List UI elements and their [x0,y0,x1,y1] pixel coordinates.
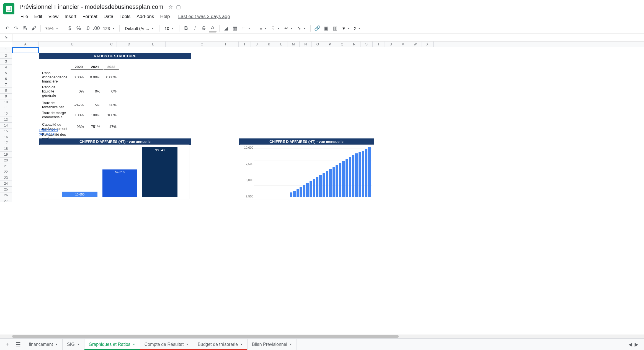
row-header[interactable]: 22 [0,169,12,175]
menu-view[interactable]: View [46,12,61,21]
row-header[interactable]: 17 [0,140,12,146]
paint-format-icon[interactable]: 🖌 [30,24,38,32]
borders-icon[interactable]: ▦ [231,24,239,32]
redo-icon[interactable]: ↷ [12,24,20,32]
spreadsheet-grid[interactable]: ABCDEFGHIJKLMNOPQRSTUVWX 123456789101112… [0,42,644,202]
merge-cells-icon[interactable]: ⬚▼ [240,26,252,31]
column-header[interactable]: A [12,42,39,47]
row-header[interactable]: 10 [0,99,12,105]
column-header[interactable]: H [214,42,239,47]
menu-file[interactable]: File [18,12,31,21]
menu-insert[interactable]: Insert [62,12,79,21]
row-header[interactable]: 27 [0,198,12,202]
comment-icon[interactable]: ▣ [322,24,330,32]
strikethrough-icon[interactable]: S [200,24,208,32]
bar: 99,540 [142,147,177,197]
rotate-icon[interactable]: ⤡▼ [296,26,308,31]
zoom-combo[interactable]: 75%▼ [43,26,60,31]
chart-monthly[interactable]: 10,0007,5005,0002,500 [240,145,374,199]
row-header[interactable]: 24 [0,181,12,187]
column-header[interactable]: N [300,42,312,47]
bold-icon[interactable]: B [182,24,190,32]
row-header[interactable]: 20 [0,158,12,163]
column-header[interactable]: C [106,42,117,47]
menu-edit[interactable]: Edit [31,12,45,21]
italic-icon[interactable]: I [191,24,199,32]
selected-cell[interactable] [12,47,39,53]
percent-icon[interactable]: % [75,24,83,32]
functions-icon[interactable]: Σ▾ [352,26,362,31]
last-edit-link[interactable]: Last edit was 2 days ago [178,14,230,19]
column-header[interactable]: I [239,42,251,47]
column-header[interactable]: Q [336,42,348,47]
row-header[interactable]: 25 [0,187,12,192]
formula-input[interactable] [12,34,644,41]
link-icon[interactable]: 🔗 [313,24,321,32]
sheets-logo[interactable] [3,3,14,14]
undo-icon[interactable]: ↶ [3,24,11,32]
menu-help[interactable]: Help [158,12,173,21]
font-size-combo[interactable]: 10▼ [162,25,176,32]
star-icon[interactable]: ☆ [168,4,173,10]
column-header[interactable]: G [190,42,214,47]
column-header[interactable]: X [421,42,434,47]
row-header[interactable]: 5 [0,70,12,76]
number-format-combo[interactable]: 123▼ [101,26,117,31]
h-align-icon[interactable]: ≡▼ [258,26,269,31]
row-header[interactable]: 2 [0,53,12,59]
column-header[interactable]: D [117,42,141,47]
font-combo[interactable]: Default (Ari...▼ [122,25,156,32]
column-header[interactable]: T [373,42,385,47]
row-header[interactable]: 26 [0,192,12,198]
menu-data[interactable]: Data [101,12,116,21]
wrap-icon[interactable]: ↩▼ [283,26,295,31]
row-header[interactable]: 7 [0,82,12,88]
row-header[interactable]: 4 [0,65,12,70]
row-header[interactable]: 18 [0,146,12,152]
chart-annual[interactable]: 10,65054,81099,540 [40,145,189,199]
document-title[interactable]: Prévisionnel Financier - modelesdebusine… [18,2,165,12]
column-header[interactable]: L [275,42,287,47]
column-header[interactable]: F [166,42,190,47]
row-header[interactable]: 8 [0,88,12,94]
explications-link[interactable]: Explications des ratios [39,128,58,136]
filter-icon[interactable]: ▼▾ [340,26,351,31]
column-header[interactable]: K [263,42,275,47]
column-header[interactable]: J [251,42,263,47]
column-header[interactable]: E [141,42,166,47]
row-header[interactable]: 13 [0,117,12,123]
row-header[interactable]: 14 [0,123,12,128]
chart-icon[interactable]: ▥ [331,24,339,32]
currency-icon[interactable]: $ [66,24,74,32]
row-header[interactable]: 9 [0,94,12,99]
row-header[interactable]: 3 [0,59,12,65]
column-header[interactable]: P [324,42,336,47]
row-header[interactable]: 6 [0,76,12,82]
row-header[interactable]: 11 [0,105,12,111]
menu-tools[interactable]: Tools [117,12,133,21]
row-header[interactable]: 12 [0,111,12,117]
text-color-icon[interactable]: A [209,24,217,32]
fill-color-icon[interactable]: ◢ [222,24,230,32]
row-header[interactable]: 23 [0,175,12,181]
v-align-icon[interactable]: ↧▼ [270,26,282,31]
column-header[interactable]: R [348,42,360,47]
row-header[interactable]: 1 [0,47,12,53]
column-header[interactable]: M [287,42,300,47]
row-header[interactable]: 21 [0,163,12,169]
row-header[interactable]: 19 [0,152,12,158]
column-header[interactable]: B [39,42,106,47]
decrease-decimal-icon[interactable]: .0 [84,24,91,32]
move-to-drive-icon[interactable]: ▢ [176,4,181,10]
row-header[interactable]: 15 [0,128,12,134]
print-icon[interactable]: 🖶 [21,24,29,32]
column-header[interactable]: W [409,42,421,47]
increase-decimal-icon[interactable]: .00 [92,24,100,32]
menu-format[interactable]: Format [80,12,100,21]
row-header[interactable]: 16 [0,134,12,140]
column-header[interactable]: S [360,42,373,47]
column-header[interactable]: O [312,42,324,47]
column-header[interactable]: U [385,42,397,47]
column-header[interactable]: V [397,42,409,47]
menu-addons[interactable]: Add-ons [134,12,157,21]
